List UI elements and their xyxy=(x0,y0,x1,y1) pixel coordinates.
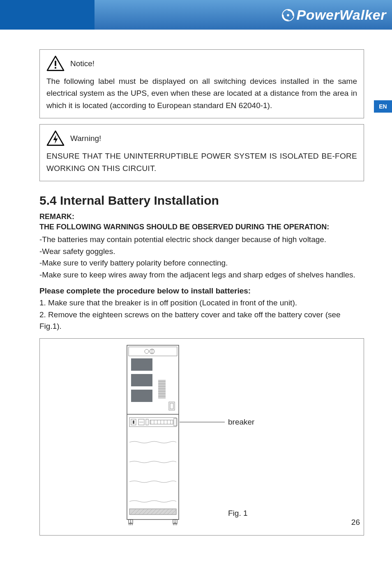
warning-callout: Warning! ENSURE THAT THE UNINTERRUPTIBLE… xyxy=(39,124,364,181)
procedure-steps: 1. Make sure that the breaker is in off … xyxy=(39,297,364,332)
list-item: -Make sure to keep wires away from the a… xyxy=(39,269,364,281)
brand-swirl-icon xyxy=(282,9,294,21)
language-tab[interactable]: EN xyxy=(374,100,392,113)
brand-logo: PowerWalker xyxy=(282,7,386,23)
list-item: -The batteries may contain potential ele… xyxy=(39,234,364,246)
remark-heading: THE FOLLOWING WARNINGS SHOULD BE OBSERVE… xyxy=(39,223,364,231)
list-item: -Wear safety goggles. xyxy=(39,246,364,258)
warning-title-row: Warning! xyxy=(46,130,357,147)
list-item: -Make sure to verify battery polarity be… xyxy=(39,257,364,269)
figure-caption: Fig. 1 xyxy=(228,509,248,518)
svg-rect-4 xyxy=(55,67,56,69)
warning-title: Warning! xyxy=(70,134,101,143)
procedure-heading: Please complete the procedure below to i… xyxy=(39,286,364,296)
warning-body: ENSURE THAT THE UNINTERRUPTIBLE POWER SY… xyxy=(46,150,357,174)
header-gradient: PowerWalker xyxy=(95,0,392,30)
figure-leader-line xyxy=(40,339,364,535)
svg-rect-3 xyxy=(55,61,56,66)
remark-label: REMARK: xyxy=(39,212,364,221)
language-tab-label: EN xyxy=(379,103,387,110)
warning-icon xyxy=(46,130,65,147)
header-bar: PowerWalker xyxy=(0,0,392,30)
header-accent-block xyxy=(0,0,95,30)
page-number: 26 xyxy=(351,518,360,527)
brand-name: PowerWalker xyxy=(297,7,386,23)
notice-body: The following label must be displayed on… xyxy=(46,75,357,111)
figure-breaker-label: breaker xyxy=(228,418,254,427)
notice-icon xyxy=(46,55,65,72)
notice-callout: Notice! The following label must be disp… xyxy=(39,49,364,118)
list-item: 1. Make sure that the breaker is in off … xyxy=(39,297,364,309)
figure-box: breaker Fig. 1 xyxy=(39,338,364,536)
content-area: Notice! The following label must be disp… xyxy=(39,49,364,536)
page: PowerWalker EN Notice! The following lab… xyxy=(0,0,392,568)
warning-bullets: -The batteries may contain potential ele… xyxy=(39,234,364,281)
svg-point-1 xyxy=(287,14,289,16)
notice-title-row: Notice! xyxy=(46,55,357,72)
list-item: 2. Remove the eighteen screws on the bat… xyxy=(39,309,364,332)
notice-title: Notice! xyxy=(70,59,95,68)
section-heading: 5.4 Internal Battery Installation xyxy=(39,194,364,208)
svg-marker-6 xyxy=(53,135,58,144)
